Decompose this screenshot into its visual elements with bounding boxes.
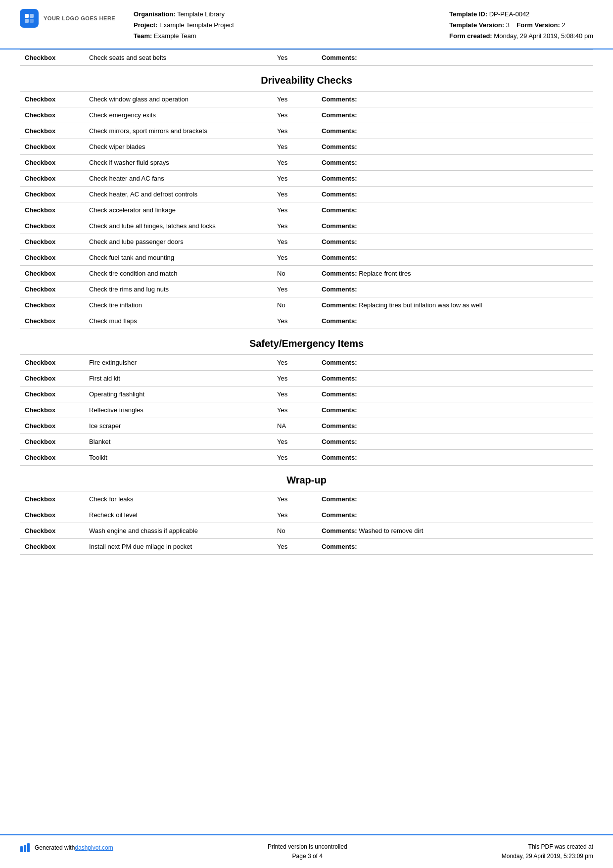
section-title-2: Wrap-up — [286, 475, 327, 485]
row-comments: Comments: — [317, 402, 593, 418]
header-meta: Organisation: Template Library Project: … — [134, 9, 449, 42]
row-desc: Check heater, AC and defrost controls — [84, 187, 272, 202]
table-row: CheckboxCheck tire rims and lug nutsYesC… — [20, 282, 593, 297]
created-date: Monday, 29 April 2019, 5:23:09 pm — [502, 852, 593, 861]
row-type: Checkbox — [20, 171, 84, 187]
row-type: Checkbox — [20, 386, 84, 402]
footer: Generated with dashpivot.com Printed ver… — [0, 834, 613, 868]
row-val: Yes — [272, 507, 317, 523]
table-row: CheckboxInstall next PM due milage in po… — [20, 539, 593, 555]
row-desc: Wash engine and chassis if applicable — [84, 523, 272, 539]
template-id-line: Template ID: DP-PEA-0042 — [449, 9, 593, 20]
row-val: Yes — [272, 155, 317, 171]
row-val: Yes — [272, 539, 317, 555]
table-row: CheckboxCheck and lube all hinges, latch… — [20, 218, 593, 234]
svg-rect-4 — [20, 846, 23, 852]
row-desc: Operating flashlight — [84, 386, 272, 402]
section-header-0: Driveability Checks — [20, 66, 593, 92]
row-type: Checkbox — [20, 250, 84, 266]
template-version-label: Template Version: — [449, 21, 504, 29]
row-val: Yes — [272, 386, 317, 402]
footer-left: Generated with dashpivot.com — [20, 842, 113, 853]
table-row: CheckboxCheck heater, AC and defrost con… — [20, 187, 593, 202]
row-desc: Check tire condition and match — [84, 266, 272, 282]
row-desc: Recheck oil level — [84, 507, 272, 523]
table-row: CheckboxCheck accelerator and linkageYes… — [20, 202, 593, 218]
row-type: Checkbox — [20, 434, 84, 450]
row-comments: Comments: — [317, 123, 593, 139]
row-val: Yes — [272, 491, 317, 507]
row-desc: Ice scraper — [84, 418, 272, 434]
row-type: Checkbox — [20, 92, 84, 107]
row-comments: Comments: Replace front tires — [317, 266, 593, 282]
row-val: Yes — [272, 250, 317, 266]
logo-icon — [20, 9, 39, 28]
logo-text: YOUR LOGO GOES HERE — [44, 15, 115, 21]
form-created-label: Form created: — [449, 32, 492, 40]
dashpivot-link[interactable]: dashpivot.com — [75, 844, 113, 851]
row-desc: Check for leaks — [84, 491, 272, 507]
row-val: No — [272, 266, 317, 282]
table-row: CheckboxReflective trianglesYesComments: — [20, 402, 593, 418]
row-type: Checkbox — [20, 539, 84, 555]
row-comments: Comments: — [317, 187, 593, 202]
row-desc: Blanket — [84, 434, 272, 450]
row-val: Yes — [272, 202, 317, 218]
row-type: Checkbox — [20, 450, 84, 466]
header-right: Template ID: DP-PEA-0042 Template Versio… — [449, 9, 593, 42]
row-desc: Reflective triangles — [84, 402, 272, 418]
row-type: Checkbox — [20, 218, 84, 234]
row-type: Checkbox — [20, 418, 84, 434]
page-text: Page 3 of 4 — [268, 852, 347, 861]
row-val: No — [272, 523, 317, 539]
form-created-value: Monday, 29 April 2019, 5:08:40 pm — [494, 32, 593, 40]
row-type: Checkbox — [20, 371, 84, 386]
row-type: Checkbox — [20, 402, 84, 418]
svg-rect-0 — [25, 14, 29, 18]
org-value: Template Library — [177, 10, 225, 18]
table-row: CheckboxCheck if washer fluid spraysYesC… — [20, 155, 593, 171]
row-comments: Comments: — [317, 155, 593, 171]
generated-text: Generated with — [35, 844, 75, 851]
row-desc: Toolkit — [84, 450, 272, 466]
row-type: Checkbox — [20, 202, 84, 218]
row-comments: Comments: — [317, 234, 593, 250]
row-comments: Comments: — [317, 218, 593, 234]
row-type: Checkbox — [20, 491, 84, 507]
row-desc: First aid kit — [84, 371, 272, 386]
row-comments: Comments: — [317, 418, 593, 434]
section-title-1: Safety/Emergency Items — [249, 338, 364, 349]
team-value: Example Team — [154, 32, 196, 40]
row-type: Checkbox — [20, 266, 84, 282]
row-desc: Check and lube all hinges, latches and l… — [84, 218, 272, 234]
row-comments: Comments: — [317, 139, 593, 155]
row-desc: Check emergency exits — [84, 107, 272, 123]
table-row: CheckboxRecheck oil levelYesComments: — [20, 507, 593, 523]
table-row: CheckboxCheck for leaksYesComments: — [20, 491, 593, 507]
table-row: CheckboxCheck and lube passenger doorsYe… — [20, 234, 593, 250]
row-type: Checkbox — [20, 355, 84, 371]
section-title-0: Driveability Checks — [261, 75, 352, 86]
row-desc: Check wiper blades — [84, 139, 272, 155]
table-row: CheckboxCheck mirrors, sport mirrors and… — [20, 123, 593, 139]
table-row: CheckboxOperating flashlightYesComments: — [20, 386, 593, 402]
svg-rect-2 — [25, 19, 29, 23]
uncontrolled-text: Printed version is uncontrolled — [268, 842, 347, 852]
table-row: CheckboxCheck tire condition and matchNo… — [20, 266, 593, 282]
row-type: Checkbox — [20, 155, 84, 171]
table-row: CheckboxCheck heater and AC fansYesComme… — [20, 171, 593, 187]
row-desc: Check and lube passenger doors — [84, 234, 272, 250]
row-comments: Comments: — [317, 371, 593, 386]
row-comments: Comments: — [317, 282, 593, 297]
team-label: Team: — [134, 32, 152, 40]
logo-area: YOUR LOGO GOES HERE — [20, 9, 119, 28]
section-header-1: Safety/Emergency Items — [20, 329, 593, 355]
row-val: Yes — [272, 371, 317, 386]
row-desc: Check tire rims and lug nuts — [84, 282, 272, 297]
row-val: Yes — [272, 139, 317, 155]
table-row: CheckboxIce scraperNAComments: — [20, 418, 593, 434]
form-version-label: Form Version: — [517, 21, 560, 29]
row-comments: Comments: — [317, 491, 593, 507]
row-val: Yes — [272, 402, 317, 418]
row-desc: Check accelerator and linkage — [84, 202, 272, 218]
